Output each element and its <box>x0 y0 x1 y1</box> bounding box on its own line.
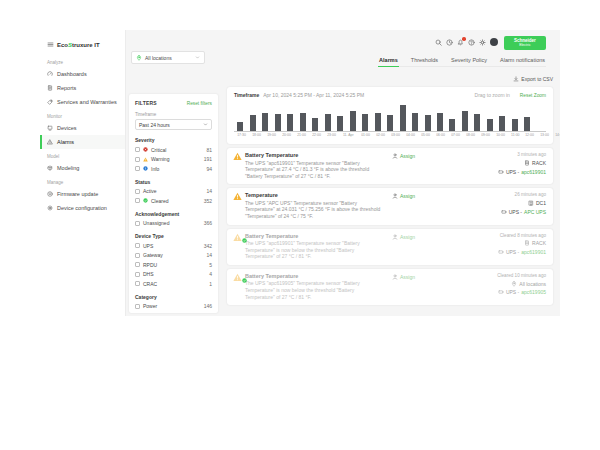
histogram-bar[interactable] <box>337 116 343 131</box>
histogram-bar[interactable] <box>512 119 518 131</box>
filter-option-warning[interactable]: Warning191 <box>135 156 212 162</box>
schneider-electric-logo[interactable]: Schneider Electric <box>504 36 546 50</box>
histogram-bar[interactable] <box>250 115 256 131</box>
histogram-bar[interactable] <box>524 117 530 131</box>
filter-option-gateway[interactable]: Gateway14 <box>135 252 212 258</box>
alarm-card[interactable]: Battery TemperatureThe UPS "apc619905" T… <box>227 269 553 305</box>
histogram-bar[interactable] <box>262 113 268 132</box>
export-to-csv-button[interactable]: Export to CSV <box>513 76 553 82</box>
x-axis-tick-label: 05:00 <box>421 133 430 136</box>
sidebar-item-modeling[interactable]: Modeling <box>40 161 125 175</box>
assign-button[interactable]: Assign <box>392 273 450 300</box>
histogram-bar[interactable] <box>237 122 243 132</box>
tab-thresholds[interactable]: Thresholds <box>410 57 439 66</box>
alarm-card[interactable]: Battery TemperatureThe UPS "apc619901" T… <box>227 148 553 184</box>
help-icon[interactable] <box>468 39 475 46</box>
histogram-bar[interactable] <box>387 115 393 131</box>
checkbox[interactable] <box>135 166 140 171</box>
search-icon[interactable] <box>435 39 442 46</box>
histogram-bar[interactable] <box>300 113 306 132</box>
alarm-card[interactable]: TemperatureThe UPS "APC UPS" Temperature… <box>227 188 553 224</box>
filter-option-info[interactable]: Info94 <box>135 166 212 172</box>
histogram-bar[interactable] <box>400 105 406 131</box>
alarm-device[interactable]: UPS - apc619901 <box>498 249 546 255</box>
alarm-card[interactable]: Battery TemperatureThe UPS "apc619901" T… <box>227 229 553 265</box>
histogram-bar[interactable] <box>325 114 331 131</box>
filter-option-dhs[interactable]: DHS4 <box>135 271 212 277</box>
checkbox[interactable] <box>135 147 140 152</box>
checkbox[interactable] <box>135 157 140 162</box>
device-link[interactable]: APC UPS <box>524 209 546 215</box>
assign-button[interactable]: Assign <box>392 233 450 260</box>
alarm-location[interactable]: RACK <box>524 160 546 166</box>
checkbox[interactable] <box>135 304 140 309</box>
sidebar-item-firmware-update[interactable]: Firmware update <box>40 187 125 201</box>
device-link[interactable]: apc619901 <box>521 169 546 175</box>
checkbox[interactable] <box>135 272 140 277</box>
user-avatar[interactable] <box>490 38 498 46</box>
histogram-bar[interactable] <box>275 114 281 131</box>
filter-option-critical[interactable]: Critical81 <box>135 147 212 153</box>
checkbox[interactable] <box>135 221 140 226</box>
histogram-bar[interactable] <box>287 114 293 131</box>
alarm-device-type: UPS - <box>509 209 522 215</box>
checkbox[interactable] <box>135 253 140 258</box>
reset-zoom-link[interactable]: Reset Zoom <box>520 93 546 98</box>
filter-option-active[interactable]: Active14 <box>135 188 212 194</box>
histogram-bar[interactable] <box>449 119 455 131</box>
checkbox[interactable] <box>135 262 140 267</box>
bell-icon[interactable] <box>457 39 464 46</box>
sidebar-item-alarms[interactable]: Alarms <box>40 135 125 149</box>
alarm-location[interactable]: All locations <box>511 281 546 287</box>
checkbox[interactable] <box>135 281 140 286</box>
histogram-bar[interactable] <box>350 111 356 131</box>
histogram-bar[interactable] <box>474 114 480 131</box>
assign-button[interactable]: Assign <box>392 152 450 179</box>
alarm-device-type: UPS - <box>506 169 519 175</box>
sidebar-item-dashboards[interactable]: Dashboards <box>40 67 125 81</box>
filter-option-cleared[interactable]: Cleared352 <box>135 198 212 204</box>
alarm-device[interactable]: UPS - apc619901 <box>498 169 546 175</box>
assign-person-icon <box>392 234 398 240</box>
assign-button[interactable]: Assign <box>392 192 450 219</box>
tab-severity-policy[interactable]: Severity Policy <box>450 57 488 66</box>
filter-option-rpdu[interactable]: RPDU5 <box>135 262 212 268</box>
histogram-bar[interactable] <box>499 116 505 131</box>
sidebar-item-device-configuration[interactable]: Device configuration <box>40 201 125 215</box>
histogram-bar[interactable] <box>375 113 381 132</box>
device-link[interactable]: apc619901 <box>521 249 546 255</box>
filter-option-unassigned[interactable]: Unassigned366 <box>135 220 212 226</box>
histogram-bar[interactable] <box>425 115 431 131</box>
filter-option-crac[interactable]: CRAC1 <box>135 281 212 287</box>
alarm-device[interactable]: UPS - apc619905 <box>498 289 546 295</box>
hamburger-menu-icon[interactable] <box>47 41 54 48</box>
checkbox[interactable] <box>135 198 140 203</box>
histogram-bar[interactable] <box>362 114 368 131</box>
alarm-location[interactable]: DC1 <box>528 200 546 206</box>
histogram-bar[interactable] <box>437 113 443 132</box>
timeframe-select[interactable]: Past 24 hours <box>135 119 212 130</box>
tab-alarm-notifications[interactable]: Alarm notifications <box>499 57 546 66</box>
checkbox[interactable] <box>135 189 140 194</box>
filter-option-power[interactable]: Power146 <box>135 303 212 309</box>
history-icon[interactable] <box>446 39 453 46</box>
histogram-bar[interactable] <box>412 113 418 131</box>
histogram-bar[interactable] <box>462 111 468 131</box>
histogram-bar[interactable] <box>312 118 318 131</box>
sidebar-item-devices[interactable]: Devices <box>40 121 125 135</box>
sidebar-item-reports[interactable]: Reports <box>40 81 125 95</box>
reset-filters-link[interactable]: Reset filters <box>187 101 212 106</box>
alarm-device[interactable]: UPS - APC UPS <box>501 209 546 215</box>
filter-option-ups[interactable]: UPS342 <box>135 243 212 249</box>
filter-option-name: Active <box>143 188 157 194</box>
alarm-location[interactable]: RACK <box>524 240 546 246</box>
filter-option-count: 352 <box>204 198 212 204</box>
sidebar-item-services-and-warranties[interactable]: Services and Warranties <box>40 95 125 109</box>
gear-icon[interactable] <box>479 39 486 46</box>
location-selector[interactable]: All locations <box>131 51 205 64</box>
tab-alarms[interactable]: Alarms <box>378 57 399 67</box>
alarm-histogram[interactable] <box>234 103 546 132</box>
checkbox[interactable] <box>135 243 140 248</box>
device-link[interactable]: apc619905 <box>521 289 546 295</box>
histogram-bar[interactable] <box>487 119 493 131</box>
